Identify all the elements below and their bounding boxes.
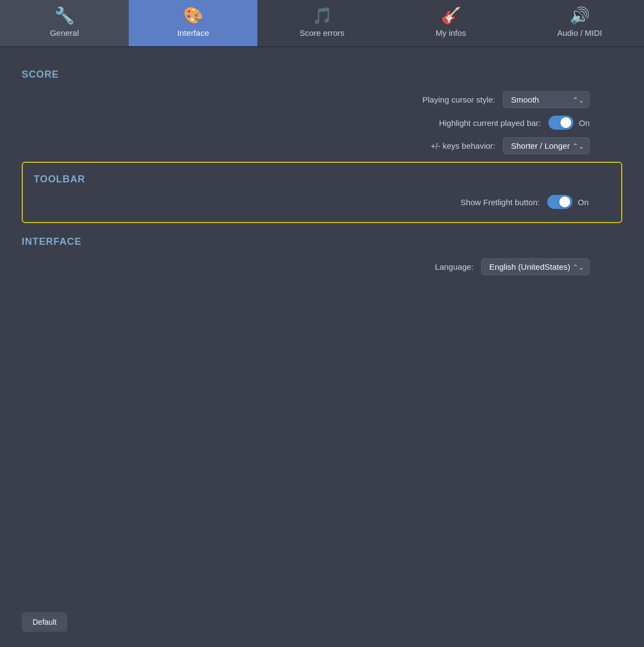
fretlight-toggle[interactable] bbox=[547, 195, 572, 209]
keys-behavior-row: +/- keys behavior: Shorter / Longer Half… bbox=[22, 137, 622, 154]
playing-cursor-select[interactable]: Smooth Jump None bbox=[503, 91, 590, 108]
highlight-bar-label: Highlight current played bar: bbox=[439, 118, 541, 128]
music-warning-icon: 🎵 bbox=[312, 8, 332, 24]
tab-audio-midi-label: Audio / MIDI bbox=[557, 28, 602, 37]
score-section-header: SCORE bbox=[22, 69, 622, 80]
highlight-bar-status: On bbox=[579, 118, 590, 128]
tab-my-infos[interactable]: 🎸 My infos bbox=[387, 0, 515, 46]
wrench-icon: 🔧 bbox=[54, 8, 74, 24]
playing-cursor-row: Playing cursor style: Smooth Jump None ⌃… bbox=[22, 91, 622, 108]
playing-cursor-label: Playing cursor style: bbox=[422, 95, 495, 104]
highlight-bar-toggle[interactable] bbox=[548, 116, 573, 130]
keys-behavior-select-wrapper: Shorter / Longer Half / Double Custom ⌃⌄ bbox=[503, 137, 590, 154]
language-label: Language: bbox=[435, 262, 473, 271]
fretlight-toggle-container: On bbox=[547, 195, 589, 209]
language-select-wrapper: English (UnitedStates) French German Spa… bbox=[481, 258, 590, 275]
tab-score-errors-label: Score errors bbox=[300, 28, 345, 37]
toolbar-section: TOOLBAR Show Fretlight button: On bbox=[22, 162, 622, 223]
highlight-bar-row: Highlight current played bar: On bbox=[22, 116, 622, 130]
fretlight-row: Show Fretlight button: On bbox=[34, 195, 610, 209]
keys-behavior-label: +/- keys behavior: bbox=[431, 141, 495, 150]
tab-interface-label: Interface bbox=[178, 28, 209, 37]
tab-audio-midi[interactable]: 🔊 Audio / MIDI bbox=[515, 0, 644, 46]
speaker-icon: 🔊 bbox=[570, 8, 590, 24]
playing-cursor-select-wrapper: Smooth Jump None ⌃⌄ bbox=[503, 91, 590, 108]
highlight-bar-toggle-container: On bbox=[548, 116, 590, 130]
tab-my-infos-label: My infos bbox=[435, 28, 466, 37]
keys-behavior-select[interactable]: Shorter / Longer Half / Double Custom bbox=[503, 137, 590, 154]
fretlight-status: On bbox=[578, 198, 589, 207]
tab-general[interactable]: 🔧 General bbox=[0, 0, 129, 46]
nav-tabs: 🔧 General 🎨 Interface 🎵 Score errors 🎸 M… bbox=[0, 0, 644, 47]
highlight-bar-slider bbox=[548, 116, 573, 130]
toolbar-section-header: TOOLBAR bbox=[34, 174, 610, 185]
language-row: Language: English (UnitedStates) French … bbox=[22, 258, 622, 275]
tab-interface[interactable]: 🎨 Interface bbox=[129, 0, 257, 46]
guitar-icon: 🎸 bbox=[441, 8, 461, 24]
palette-icon: 🎨 bbox=[183, 8, 203, 24]
interface-section-header: INTERFACE bbox=[22, 236, 622, 248]
tab-general-label: General bbox=[50, 28, 79, 37]
tab-score-errors[interactable]: 🎵 Score errors bbox=[257, 0, 386, 46]
settings-content: SCORE Playing cursor style: Smooth Jump … bbox=[0, 47, 644, 299]
fretlight-slider bbox=[547, 195, 572, 209]
default-button[interactable]: Default bbox=[22, 612, 67, 632]
fretlight-label: Show Fretlight button: bbox=[460, 198, 540, 207]
score-section: SCORE Playing cursor style: Smooth Jump … bbox=[22, 69, 622, 154]
interface-section: INTERFACE Language: English (UnitedState… bbox=[22, 236, 622, 275]
language-select[interactable]: English (UnitedStates) French German Spa… bbox=[481, 258, 590, 275]
